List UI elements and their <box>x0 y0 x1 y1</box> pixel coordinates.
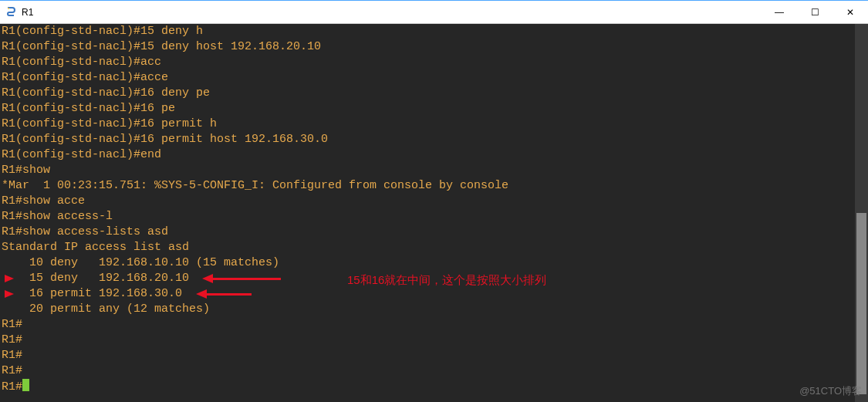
terminal-line: R1(config-std-nacl)#end <box>2 147 868 163</box>
terminal-line: R1(config-std-nacl)#16 permit host 192.1… <box>2 132 868 147</box>
terminal-line: Standard IP access list asd <box>2 240 868 255</box>
scrollbar[interactable] <box>855 24 868 402</box>
svg-point-0 <box>8 8 9 9</box>
terminal-line: R1(config-std-nacl)#15 deny host 192.168… <box>2 39 868 55</box>
terminal-line: R1# <box>2 379 868 395</box>
terminal-line: *Mar 1 00:23:15.751: %SYS-5-CONFIG_I: Co… <box>2 178 868 194</box>
terminal[interactable]: R1(config-std-nacl)#15 deny hR1(config-s… <box>0 24 868 402</box>
terminal-output: R1(config-std-nacl)#15 deny hR1(config-s… <box>0 24 868 395</box>
watermark: @51CTO博客 <box>799 383 862 399</box>
terminal-line: R1#show acce <box>2 194 868 209</box>
terminal-line: R1(config-std-nacl)#acce <box>2 70 868 86</box>
terminal-line: 20 permit any (12 matches) <box>2 302 868 317</box>
terminal-line: R1(config-std-nacl)#16 pe <box>2 101 868 117</box>
annotation-arrow-marker <box>5 290 14 298</box>
maximize-button[interactable]: ☐ <box>797 1 833 24</box>
minimize-icon: — <box>775 7 784 18</box>
scrollbar-thumb[interactable] <box>856 213 866 394</box>
annotation-arrow-marker <box>5 275 14 282</box>
terminal-line: R1#show <box>2 163 868 178</box>
terminal-line: R1(config-std-nacl)#15 deny h <box>2 24 868 39</box>
titlebar[interactable]: R1 — ☐ ✕ <box>0 1 868 24</box>
close-icon: ✕ <box>846 7 854 18</box>
terminal-line: 16 permit 192.168.30.0 <box>2 286 868 302</box>
cursor <box>22 379 29 391</box>
terminal-line: R1(config-std-nacl)#acc <box>2 55 868 70</box>
window-title: R1 <box>22 7 33 18</box>
minimize-button[interactable]: — <box>762 1 797 24</box>
maximize-icon: ☐ <box>811 7 819 18</box>
window-frame: R1 — ☐ ✕ R1(config-std-nacl)#15 deny hR1… <box>0 0 868 402</box>
terminal-line: R1(config-std-nacl)#16 permit h <box>2 117 868 132</box>
terminal-line: R1(config-std-nacl)#16 deny pe <box>2 86 868 101</box>
terminal-line: R1# <box>2 363 868 379</box>
annotation-text: 15和16就在中间，这个是按照大小排列 <box>347 272 546 288</box>
terminal-line: R1# <box>2 317 868 333</box>
terminal-line: R1# <box>2 333 868 348</box>
close-button[interactable]: ✕ <box>833 1 868 24</box>
terminal-line: 10 deny 192.168.10.10 (15 matches) <box>2 255 868 271</box>
terminal-line: R1#show access-l <box>2 209 868 225</box>
app-icon <box>5 6 17 19</box>
terminal-line: R1# <box>2 348 868 363</box>
terminal-line: R1#show access-lists asd <box>2 225 868 240</box>
